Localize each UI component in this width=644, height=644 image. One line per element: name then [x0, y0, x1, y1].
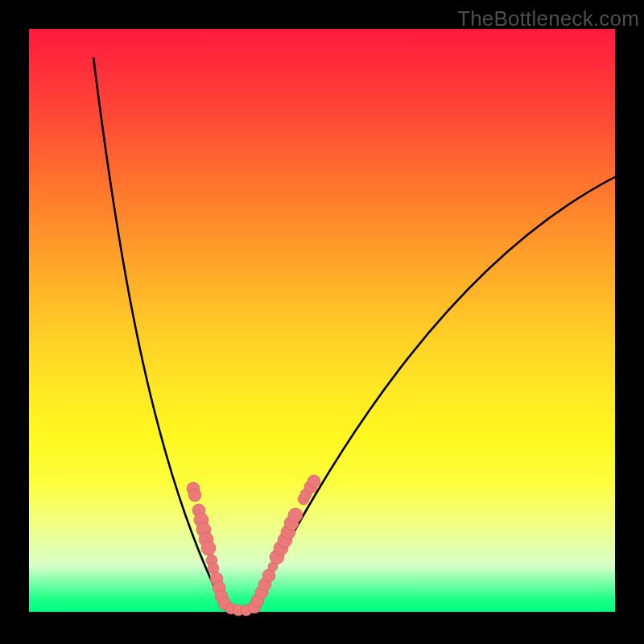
- chart-frame: TheBottleneck.com: [0, 0, 644, 644]
- bottleneck-curve-right: [253, 163, 644, 609]
- data-marker: [201, 541, 216, 555]
- data-markers-group: [187, 475, 320, 616]
- chart-svg: [0, 0, 644, 644]
- data-marker: [288, 508, 303, 522]
- data-marker: [188, 489, 201, 502]
- data-marker: [308, 475, 320, 488]
